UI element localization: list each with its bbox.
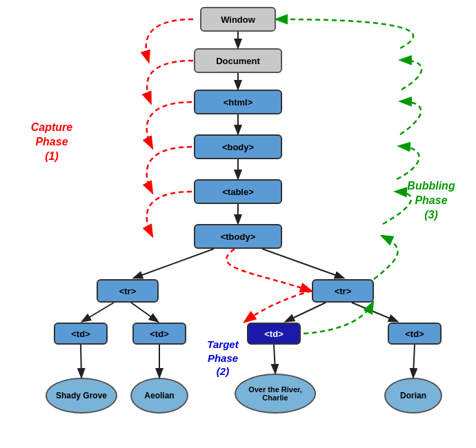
- svg-line-11: [81, 345, 81, 376]
- svg-line-10: [352, 303, 397, 321]
- node-dorian: Dorian: [384, 378, 442, 414]
- node-td-lr: <td>: [132, 323, 186, 345]
- diagram: CapturePhase(1) BubblingPhase(3) TargetP…: [0, 0, 476, 448]
- node-tr-left: <tr>: [97, 279, 159, 303]
- node-aeolian: Aeolian: [130, 378, 188, 414]
- node-document: Document: [194, 48, 282, 73]
- node-window: Window: [200, 7, 276, 32]
- svg-line-13: [274, 345, 275, 372]
- node-td-rr: <td>: [388, 323, 442, 345]
- node-table: <table>: [194, 179, 282, 204]
- node-tbody: <tbody>: [194, 224, 282, 249]
- bubbling-phase-label: BubblingPhase(3): [393, 179, 469, 222]
- node-td-rl: <td>: [247, 323, 301, 345]
- node-html: <html>: [194, 90, 282, 114]
- svg-line-14: [413, 345, 415, 376]
- svg-line-5: [135, 249, 214, 278]
- svg-line-7: [83, 303, 114, 321]
- svg-line-8: [131, 303, 157, 321]
- target-phase-label: TargetPhase(2): [192, 338, 254, 378]
- node-td-ll: <td>: [54, 323, 108, 345]
- svg-line-6: [262, 249, 343, 278]
- svg-line-9: [286, 303, 326, 321]
- node-tr-right: <tr>: [312, 279, 374, 303]
- capture-phase-label: CapturePhase(1): [14, 121, 90, 163]
- node-shady-grove: Shady Grove: [46, 378, 117, 414]
- node-body: <body>: [194, 134, 282, 159]
- node-over-river: Over the River, Charlie: [235, 374, 316, 414]
